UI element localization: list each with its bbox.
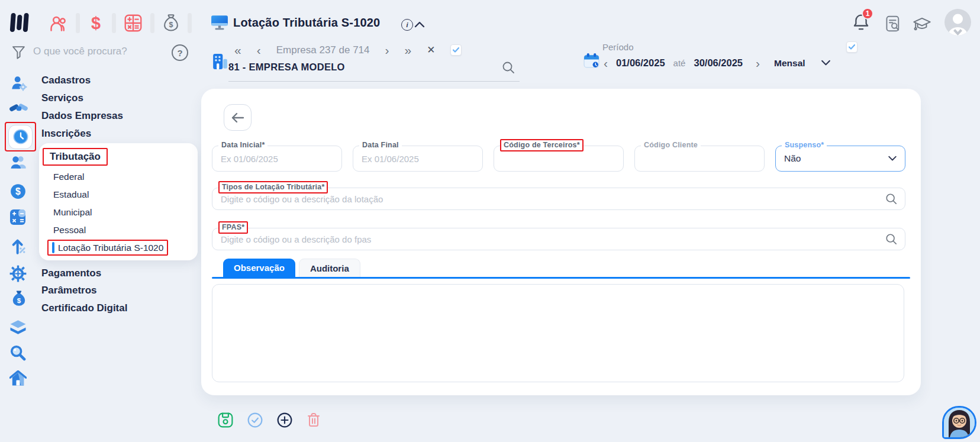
suspenso-select[interactable]: Suspenso* Não [775, 146, 905, 172]
last-company-button[interactable]: » [405, 44, 412, 56]
dollar-glyph: $ [15, 186, 21, 196]
sidebar-item-lotacao-tributaria[interactable]: Lotação Tributária S-1020 [58, 243, 163, 253]
calc-module-icon[interactable] [10, 209, 25, 225]
toolbar-divider [112, 13, 116, 33]
next-company-button[interactable]: › [385, 44, 389, 56]
data-inicial-field: Data Inicial* [212, 146, 342, 172]
data-final-field: Data Final [353, 146, 483, 172]
notifications-button[interactable]: 1 [852, 13, 872, 33]
back-button[interactable] [224, 104, 252, 131]
toolbar-divider [76, 13, 80, 33]
period-start-date[interactable]: 01/06/2025 [616, 57, 665, 69]
clients-icon[interactable] [50, 14, 67, 32]
advanced-search-icon[interactable] [9, 344, 26, 361]
user-avatar[interactable] [944, 9, 971, 36]
prev-company-button[interactable]: ‹ [257, 44, 261, 56]
handshake-icon[interactable] [9, 101, 28, 116]
audit-log-icon[interactable] [885, 15, 901, 32]
user-settings-icon[interactable] [11, 75, 27, 91]
sidebar-item-estadual[interactable]: Estadual [53, 189, 89, 200]
sidebar-search-input[interactable] [32, 45, 162, 58]
annotation-box-tributacao: Tributação [43, 148, 108, 166]
first-company-button[interactable]: « [234, 44, 241, 56]
calculator-icon[interactable] [124, 14, 142, 32]
add-button[interactable] [277, 412, 292, 428]
sidebar-item-certificado-digital[interactable]: Certificado Digital [41, 302, 127, 314]
next-period-button[interactable]: › [756, 57, 760, 69]
help-icon[interactable]: ? [172, 44, 188, 61]
moneybag-icon[interactable]: $ [163, 14, 179, 33]
codigo-terceiros-field: Código de Terceiros* [494, 146, 624, 172]
sidebar-item-parametros[interactable]: Parâmetros [41, 285, 97, 296]
assistant-avatar[interactable] [942, 406, 976, 439]
sidebar-item-cadastros[interactable]: Cadastros [41, 75, 91, 86]
company-name: 81 - EMPRESA MODELO [228, 62, 345, 73]
company-underline [228, 81, 520, 82]
sidebar-item-municipal[interactable]: Municipal [53, 207, 92, 218]
codigo-terceiros-input[interactable] [494, 146, 623, 171]
fpas-field: FPAS* [212, 228, 905, 250]
codigo-cliente-field: Código Cliente [634, 146, 765, 172]
tab-underline [212, 277, 910, 279]
people-icon[interactable] [10, 155, 27, 169]
data-final-input[interactable] [353, 146, 482, 171]
home-icon[interactable] [9, 370, 27, 386]
period-controls: ‹ 01/06/2025 até 30/06/2025 › Mensal [604, 57, 831, 69]
sidebar-item-tributacao[interactable]: Tributação [50, 151, 101, 162]
notification-badge: 1 [862, 8, 873, 20]
prev-period-button[interactable]: ‹ [604, 57, 608, 69]
company-filter-checkbox[interactable] [450, 44, 462, 56]
toolbar-divider [150, 13, 154, 33]
confirm-button[interactable] [247, 412, 263, 428]
billing-icon[interactable]: $ [10, 183, 26, 199]
growth-icon[interactable] [11, 238, 27, 254]
lotacao-search-icon[interactable] [885, 193, 897, 205]
check-icon [849, 44, 855, 50]
chevron-down-icon[interactable] [888, 156, 897, 162]
settings-gear-icon[interactable] [9, 265, 27, 282]
info-icon[interactable]: i [401, 19, 413, 31]
finance-icon[interactable]: $ [88, 14, 104, 33]
tipos-lotacao-input[interactable] [212, 188, 905, 209]
codigo-cliente-input[interactable] [635, 146, 764, 171]
sidebar-item-dados-empresas[interactable]: Dados Empresas [41, 110, 123, 122]
sidebar-item-servicos[interactable]: Serviços [41, 92, 83, 104]
payments-bag-icon[interactable]: $ [11, 290, 27, 308]
layers-icon[interactable] [9, 320, 27, 335]
tab-observacao[interactable]: Observação [223, 259, 295, 277]
period-end-date[interactable]: 30/06/2025 [694, 57, 743, 69]
sidebar-item-pagamentos[interactable]: Pagamentos [41, 267, 101, 279]
delete-button[interactable] [307, 412, 321, 428]
sidebar-item-inscricoes[interactable]: Inscrições [41, 128, 91, 140]
tab-auditoria[interactable]: Auditoria [299, 259, 360, 278]
tributacao-submenu: Tributação Federal Estadual Municipal Pe… [39, 143, 198, 260]
company-pager: « ‹ Empresa 237 de 714 › » ✕ [234, 44, 462, 56]
sidebar-item-federal[interactable]: Federal [53, 172, 85, 182]
dollar-glyph: $ [169, 21, 173, 29]
fpas-search-icon[interactable] [885, 233, 897, 245]
tributacao-module-button[interactable] [8, 125, 33, 149]
filter-icon[interactable] [12, 46, 25, 59]
check-icon [453, 47, 459, 53]
observacao-textarea[interactable] [212, 284, 904, 382]
page-title: Lotação Tributária S-1020 [233, 16, 380, 30]
assistant-illustration [944, 408, 975, 437]
data-inicial-input[interactable] [212, 146, 341, 171]
period-frequency[interactable]: Mensal [774, 58, 805, 69]
arrow-left-icon [231, 112, 244, 123]
learning-icon[interactable] [913, 15, 931, 33]
fpas-input[interactable] [212, 228, 905, 250]
company-search-icon[interactable] [502, 61, 515, 74]
clock-icon [12, 128, 29, 145]
period-label: Período [602, 42, 634, 52]
dollar-glyph: $ [17, 296, 21, 304]
clear-company-button[interactable]: ✕ [427, 45, 435, 55]
sidebar-item-pessoal[interactable]: Pessoal [53, 225, 86, 235]
dollar-glyph: $ [91, 14, 101, 33]
period-dropdown-chevron-icon[interactable] [821, 60, 831, 66]
lotacao-form-card: Data Inicial* Data Final Código de Terce… [201, 89, 921, 395]
save-button[interactable] [218, 412, 233, 428]
collapse-chevron-icon[interactable] [414, 21, 425, 28]
app-logo-icon[interactable] [9, 12, 30, 33]
period-checkbox[interactable] [846, 41, 858, 53]
